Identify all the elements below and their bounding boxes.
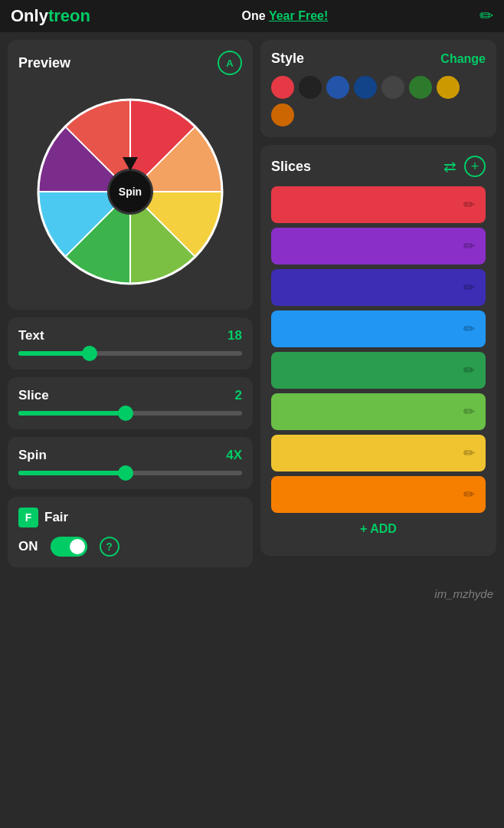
slice-list: ✏ ✏ ✏ ✏ ✏ ✏ ✏ xyxy=(271,186,486,513)
color-dots xyxy=(271,76,486,127)
year-free-text: Year Free! xyxy=(269,9,328,22)
slice-item-4[interactable]: ✏ xyxy=(271,352,486,389)
shuffle-icon[interactable]: ⇄ xyxy=(443,157,457,176)
spin-slider-fill xyxy=(18,471,126,475)
slice-slider-header: Slice 2 xyxy=(18,388,242,403)
spin-slider-thumb[interactable] xyxy=(118,465,133,481)
preview-title: Preview xyxy=(18,55,70,71)
spin-slider-value: 4X xyxy=(226,448,242,463)
slice-item-2[interactable]: ✏ xyxy=(271,269,486,306)
slice-slider-fill xyxy=(18,411,126,416)
slice-edit-icon-1: ✏ xyxy=(463,238,475,255)
header-edit-icon[interactable]: ✏ xyxy=(479,6,493,26)
fair-controls: ON ? xyxy=(18,537,242,557)
slice-item-1[interactable]: ✏ xyxy=(271,228,486,264)
slice-edit-icon-5: ✏ xyxy=(463,403,475,420)
style-header: Style Change xyxy=(271,51,486,67)
main-container: Preview A xyxy=(0,32,504,583)
slice-slider-label: Slice xyxy=(18,388,49,403)
color-dot-2[interactable] xyxy=(326,76,349,99)
color-dot-5[interactable] xyxy=(409,76,432,99)
preview-header: Preview A xyxy=(18,51,242,75)
fair-badge: F xyxy=(18,508,38,527)
slice-slider-section: Slice 2 xyxy=(8,377,253,429)
fair-help-icon[interactable]: ? xyxy=(100,537,119,557)
slice-edit-icon-2: ✏ xyxy=(463,279,475,296)
style-card: Style Change xyxy=(260,40,496,137)
text-slider-label: Text xyxy=(18,328,44,343)
fair-label: Fair xyxy=(44,510,68,525)
fair-on-label: ON xyxy=(18,539,38,554)
slice-item-7[interactable]: ✏ xyxy=(271,476,486,513)
color-dot-6[interactable] xyxy=(437,76,460,99)
spin-slider-track[interactable] xyxy=(18,471,242,475)
slice-edit-icon-3: ✏ xyxy=(463,320,475,337)
slices-actions: ⇄ + xyxy=(443,156,486,177)
header: Onlytreon One Year Free! ✏ xyxy=(0,0,504,32)
style-change-button[interactable]: Change xyxy=(440,52,486,66)
add-slice-button[interactable]: + ADD xyxy=(271,513,486,545)
auto-icon[interactable]: A xyxy=(218,51,242,75)
slice-item-0[interactable]: ✏ xyxy=(271,186,486,223)
slice-item-6[interactable]: ✏ xyxy=(271,435,486,472)
header-promo: One Year Free! xyxy=(90,9,479,23)
text-slider-section: Text 18 xyxy=(8,317,253,370)
spin-slider-label: Spin xyxy=(18,448,47,463)
color-dot-0[interactable] xyxy=(271,76,294,99)
color-dot-4[interactable] xyxy=(381,76,404,99)
text-slider-fill xyxy=(18,351,90,356)
slice-edit-icon-0: ✏ xyxy=(463,196,475,213)
left-panel: Preview A xyxy=(8,40,253,575)
color-dot-1[interactable] xyxy=(299,76,322,99)
slice-item-3[interactable]: ✏ xyxy=(271,310,486,347)
text-slider-value: 18 xyxy=(227,328,242,343)
fair-header: F Fair xyxy=(18,508,242,527)
text-slider-thumb[interactable] xyxy=(82,346,97,361)
fair-section: F Fair ON ? xyxy=(8,497,253,567)
watermark: im_mzhyde xyxy=(0,583,504,605)
slice-slider-track[interactable] xyxy=(18,411,242,416)
preview-card: Preview A xyxy=(8,40,253,310)
slices-title: Slices xyxy=(271,159,311,175)
toggle-knob xyxy=(70,539,85,554)
color-dot-3[interactable] xyxy=(354,76,377,99)
slice-item-5[interactable]: ✏ xyxy=(271,393,486,430)
add-slice-circle-button[interactable]: + xyxy=(464,156,486,177)
right-panel: Style Change Slices ⇄ + xyxy=(260,40,496,575)
wheel-wrapper: Spin xyxy=(31,92,230,291)
spin-slider-header: Spin 4X xyxy=(18,448,242,463)
wheel-container: Spin xyxy=(18,84,242,299)
fair-toggle[interactable] xyxy=(51,537,87,557)
slice-edit-icon-7: ✏ xyxy=(463,486,475,503)
color-dot-7[interactable] xyxy=(271,104,294,127)
slice-edit-icon-4: ✏ xyxy=(463,362,475,379)
slice-slider-value: 2 xyxy=(235,388,242,403)
slice-edit-icon-6: ✏ xyxy=(463,445,475,462)
slice-slider-thumb[interactable] xyxy=(118,406,133,421)
spin-button[interactable]: Spin xyxy=(107,169,153,215)
slices-card: Slices ⇄ + ✏ ✏ ✏ ✏ xyxy=(260,145,496,556)
slices-header: Slices ⇄ + xyxy=(271,156,486,177)
text-slider-header: Text 18 xyxy=(18,328,242,343)
style-title: Style xyxy=(271,51,304,67)
logo-only: Only xyxy=(11,6,48,25)
spin-slider-section: Spin 4X xyxy=(8,437,253,489)
text-slider-track[interactable] xyxy=(18,351,242,356)
logo: Onlytreon xyxy=(11,6,90,26)
logo-treon: treon xyxy=(48,6,90,25)
